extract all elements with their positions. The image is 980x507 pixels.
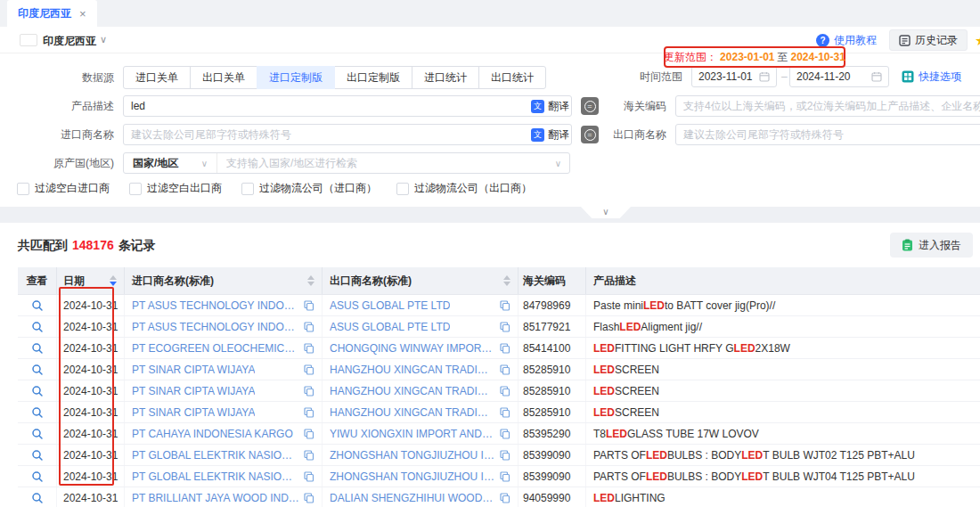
view-cell [18,295,57,315]
copy-icon[interactable] [495,364,510,375]
translate-button[interactable]: 文 翻译 [531,124,569,145]
importer-link[interactable]: PT ASUS TECHNOLOGY INDONESIA BA... [132,299,299,312]
exporter-link[interactable]: HANGZHOU XINGCAN TRADING CO LTD [330,385,495,397]
exporter-link[interactable]: HANGZHOU XINGCAN TRADING CO LTD [330,364,495,376]
copy-icon[interactable] [495,386,510,397]
importer-link[interactable]: PT SINAR CIPTA WIJAYA [132,385,255,397]
column-header-date[interactable]: 日期 [57,267,125,294]
importer-link[interactable]: PT BRILLIANT JAYA WOOD INDUSTRY [132,492,299,504]
sort-caret-icon[interactable] [302,275,314,286]
search-magnifier-icon[interactable] [31,428,44,440]
country-name[interactable]: 印度尼西亚 [43,34,96,49]
data-source-tab-出口关单[interactable]: 出口关单 [190,66,257,89]
copy-icon[interactable] [299,343,314,354]
checkbox-icon[interactable] [129,183,142,195]
importer-name-input[interactable] [123,124,572,145]
copy-icon[interactable] [299,322,314,332]
search-magnifier-icon[interactable] [31,364,44,376]
search-magnifier-icon[interactable] [31,470,44,483]
copy-icon[interactable] [495,471,510,482]
copy-icon[interactable] [495,450,510,461]
highlighted-keyword: LED [593,385,615,397]
column-header-importer[interactable]: 进口商名称(标准) [125,267,323,294]
copy-icon[interactable] [495,322,510,332]
table-row: 2024-10-31PT SINAR CIPTA WIJAYAHANGZHOU … [18,402,980,423]
sort-caret-icon[interactable] [104,275,117,286]
importer-link[interactable]: PT SINAR CIPTA WIJAYA [132,364,255,376]
data-source-tab-出口统计[interactable]: 出口统计 [478,66,546,89]
origin-country-select[interactable]: 国家/地区 ∨ [124,153,217,173]
search-magnifier-icon[interactable] [31,449,44,462]
importer-link[interactable]: PT GLOBAL ELEKTRIK NASIONAL [132,449,299,462]
exporter-link[interactable]: DALIAN SHENGZHIHUI WOOD INDUST... [330,492,495,504]
copy-icon[interactable] [495,300,510,311]
sort-caret-icon[interactable] [498,275,510,286]
exporter-link[interactable]: CHONGQING WINWAY IMPORT AND E... [330,342,495,355]
history-button[interactable]: 历史记录 [889,29,968,51]
search-magnifier-icon[interactable] [31,385,44,397]
date-cell: 2024-10-31 [57,402,125,422]
copy-icon[interactable] [495,429,510,439]
start-date-input[interactable]: 2023-11-01 [691,66,777,87]
filter-checkbox-item[interactable]: 过滤空白出口商 [129,181,222,196]
copy-icon[interactable] [495,493,510,503]
copy-icon[interactable] [299,450,314,461]
highlighted-keyword: LED [643,299,665,312]
exporter-link[interactable]: YIWU XIONGXIN IMPORT AND EXPORT... [330,428,495,440]
search-magnifier-icon[interactable] [31,406,44,419]
copy-icon[interactable] [299,300,314,311]
chevron-down-icon[interactable]: ∨ [555,159,569,168]
checkbox-icon[interactable] [241,183,254,195]
enter-report-button[interactable]: 进入报告 [890,233,973,258]
copy-icon[interactable] [299,364,314,375]
highlighted-keyword: LED [646,470,667,483]
importer-link[interactable]: PT CAHAYA INDONESIA KARGO [132,428,293,440]
copy-icon[interactable] [495,407,510,418]
exporter-link[interactable]: HANGZHOU XINGCAN TRADING CO LTD [330,406,495,419]
search-magnifier-icon[interactable] [31,299,44,312]
column-header-exporter[interactable]: 出口商名称(标准) [323,267,519,294]
search-magnifier-icon[interactable] [31,492,44,504]
end-date-input[interactable]: 2024-11-20 [789,66,889,87]
exporter-name-input[interactable] [675,124,980,145]
exporter-link[interactable]: ASUS GLOBAL PTE LTD [330,299,450,312]
product-desc-input[interactable] [123,95,572,117]
hs-code-input[interactable] [675,95,980,117]
quick-options[interactable]: 快捷选项 [902,66,961,87]
filter-checkbox-item[interactable]: 过滤物流公司（出口商） [396,181,532,196]
tutorial-link[interactable]: ? 使用教程 [816,33,877,48]
chevron-down-icon[interactable]: ∨ [100,34,107,45]
data-source-tab-出口定制版[interactable]: 出口定制版 [334,66,412,89]
copy-icon[interactable] [299,493,314,503]
exporter-cell: ASUS GLOBAL PTE LTD [323,316,519,337]
desc-text: T BULB WJT04 T125 PBT+ALU [763,470,915,483]
importer-link[interactable]: PT ASUS TECHNOLOGY INDONESIA BA... [132,321,299,333]
copy-icon[interactable] [299,471,314,482]
checkbox-icon[interactable] [17,183,29,195]
copy-icon[interactable] [299,407,314,418]
filter-checkbox-item[interactable]: 过滤空白进口商 [17,181,110,196]
copy-icon[interactable] [299,386,314,397]
checkbox-icon[interactable] [396,183,409,195]
copy-icon[interactable] [495,343,510,354]
search-magnifier-icon[interactable] [31,342,44,355]
filter-checkbox-item[interactable]: 过滤物流公司（进口商） [241,181,377,196]
importer-link[interactable]: PT GLOBAL ELEKTRIK NASIONAL [132,470,299,483]
data-source-tab-进口关单[interactable]: 进口关单 [123,66,191,89]
search-magnifier-icon[interactable] [31,321,44,333]
copy-icon[interactable] [299,429,314,439]
exporter-link[interactable]: ZHONGSHAN TONGJIUZHOU INTERNA... [330,449,495,462]
importer-link[interactable]: PT ECOGREEN OLEOCHEMICALS [132,342,299,355]
exporter-link[interactable]: ZHONGSHAN TONGJIUZHOU INTERNA... [330,470,495,483]
origin-country-input[interactable] [217,157,555,169]
tab-indonesia[interactable]: 印度尼西亚 × [7,0,97,27]
translate-button[interactable]: 文 翻译 [531,95,569,117]
product-desc-cell: LED SCREEN [586,402,980,422]
close-icon[interactable]: × [79,7,86,20]
importer-link[interactable]: PT SINAR CIPTA WIJAYA [132,406,255,419]
data-source-tab-进口定制版[interactable]: 进口定制版 [257,66,335,89]
exporter-link[interactable]: ASUS GLOBAL PTE LTD [330,321,450,333]
desc-text: 2X18W [755,342,790,355]
data-source-tab-进口统计[interactable]: 进口统计 [412,66,479,89]
favorite-star-icon[interactable]: ★ [975,32,980,49]
